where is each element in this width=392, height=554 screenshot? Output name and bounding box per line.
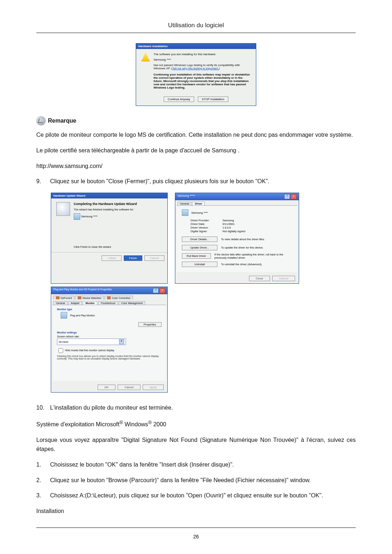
uninstall-button[interactable]: Uninstall [182,262,217,267]
monitor-icon [74,213,80,220]
wizard-device: Samsung **** [81,215,97,218]
header-rule [36,33,356,33]
list-content: L'installation du pilote du moniteur est… [50,403,356,413]
paragraph: Ce pilote de moniteur comporte le logo M… [36,131,356,140]
button-description: If the device fails after updating the d… [215,253,292,259]
back-button[interactable]: < Back [102,255,122,261]
dialog-warning-bold: Continuing your installation of this sof… [154,73,251,89]
screenshot-row: Hardware Update Wizard Completing the Ha… [51,193,356,284]
dialog-title: Hardware Installation [136,44,256,49]
text-part: 2000 [152,421,166,427]
close-button[interactable]: Close [249,276,270,281]
paragraph: Lorsque vous voyez apparaître "Digital S… [36,436,356,454]
tab-label: Color Correction [112,297,130,299]
wizard-title: Hardware Update Wizard [51,193,167,198]
note-icon [36,116,46,126]
tab-label: GeForce3 [61,297,72,299]
value: Samsung [222,219,234,222]
select-value: 60 Hertz [59,341,68,343]
tab-color-correction[interactable]: Color Correction [105,296,133,300]
screenshot-update-wizard: Hardware Update Wizard Completing the Ha… [51,193,168,284]
value: 9/11/2001 [222,222,234,226]
rollback-driver-button[interactable]: Roll Back Driver [182,253,211,259]
cancel-button[interactable]: Cancel [272,276,295,281]
ok-button[interactable]: OK [98,385,116,390]
update-driver-button[interactable]: Update Driver... [182,245,217,250]
label: Digital Signer: [191,230,220,233]
apply-button[interactable]: Apply [143,385,164,390]
list-item-2: 2. Cliquez sur le bouton "Browse (Parcou… [36,476,356,485]
list-item-1: 1. Choisissez le bouton "OK" dans la fen… [36,460,356,469]
tab-label: Device Selection [82,297,101,299]
stop-installation-button[interactable]: STOP Installation [198,97,228,102]
dialog-compat: has not passed Windows Logo testing to v… [154,63,251,70]
tab-monitor[interactable]: Monitor [83,301,97,305]
registered-symbol: ® [148,420,152,425]
continue-anyway-button[interactable]: Continue Anyway [164,97,194,102]
list-item-10: 10. L'installation du pilote du moniteur… [36,403,356,413]
list-number: 2. [36,476,44,485]
tab-driver[interactable]: Driver [192,202,205,205]
list-item-9: 9. Cliquez sur le bouton "Close (Fermer)… [36,177,356,186]
text-part: Système d'exploitation Microsoft [36,421,119,427]
driver-details-button[interactable]: Driver Details... [182,237,217,242]
dialog-device: Samsung **** [154,58,251,61]
cancel-button[interactable]: Cancel [144,255,164,261]
close-icon[interactable]: × [159,288,165,293]
tab-device-selection[interactable]: Device Selection [75,296,104,300]
nvidia-icon [78,296,81,299]
value: 1.0.0.0 [222,226,231,229]
page-number: 26 [0,534,392,539]
properties-button[interactable]: Properties [138,322,162,327]
tab-general[interactable]: General [53,301,68,305]
monitor-icon [182,209,188,216]
text-part: Windows [123,421,148,427]
remarque-heading: Remarque [36,116,356,126]
os-line: Système d'exploitation Microsoft® Window… [36,419,356,429]
button-description: To update the driver for this device. [221,246,264,249]
tab-troubleshoot[interactable]: Troubleshoot [98,301,118,305]
hide-modes-checkbox[interactable] [58,348,63,353]
page-header-title: Utilisation du logiciel [36,22,356,29]
list-item-3: 3. Choisissez A:(D:\Lecteur), puis cliqu… [36,491,356,500]
button-description: To uninstall the driver (Advanced). [221,263,262,266]
screenshot-driver-properties: Samsung ***** ? × General Driver Samsung… [175,193,299,284]
dialog-link[interactable]: Tell me why this testing is important. [172,67,219,70]
screenshot-plug-and-play-properties: Plug and Play Monitor and 3D Prophet III… [51,287,356,393]
value: Not digitally signed [222,230,245,233]
hide-modes-label: Hide modes that this monitor cannot disp… [65,349,114,352]
refresh-rate-label: Screen refresh rate: [57,335,162,338]
nvidia-icon [56,296,60,299]
close-icon[interactable]: × [291,194,297,199]
wizard-hint: Click Finish to close the wizard. [74,245,162,249]
cancel-button[interactable]: Cancel [118,385,140,390]
prop-device: Samsung **** [191,211,208,214]
tab-adapter[interactable]: Adapter [68,301,82,305]
nvidia-icon [107,296,111,299]
help-icon[interactable]: ? [284,194,290,199]
list-content: Choisissez A:(D:\Lecteur), puis cliquez … [50,491,356,500]
list-number: 9. [36,177,44,186]
tab-geforce3[interactable]: GeForce3 [53,296,74,300]
section-monitor-settings: Monitor settings [57,331,162,334]
warning-icon [141,53,150,61]
footer-rule [36,528,356,528]
screenshot-hardware-installation: Hardware Installation The software you a… [36,43,356,106]
label: Driver Provider: [191,219,220,222]
tab-general[interactable]: General [177,202,192,205]
window-controls: ? × [153,288,165,293]
wizard-heading: Completing the Hardware Update Wizard [74,202,162,206]
prop-window-title: Samsung ***** [177,194,195,199]
help-icon[interactable]: ? [153,288,159,293]
refresh-rate-select[interactable]: 60 Hertz ▾ [57,338,126,345]
button-description: To view details about the driver files. [221,238,265,241]
chevron-down-icon: ▾ [119,339,124,344]
window-controls: ? × [284,194,297,199]
tab-color-management[interactable]: Color Management [119,301,146,305]
finish-button[interactable]: Finish [124,255,142,261]
list-content: Cliquez sur le bouton "Browse (Parcourir… [50,476,356,485]
paragraph: Le pilote certifié sera téléchargeable à… [36,146,356,155]
plugprop-title: Plug and Play Monitor and 3D Prophet III… [53,288,112,293]
paragraph-installation: Installation [36,507,356,516]
list-content: Cliquez sur le bouton "Close (Fermer)", … [50,177,356,186]
